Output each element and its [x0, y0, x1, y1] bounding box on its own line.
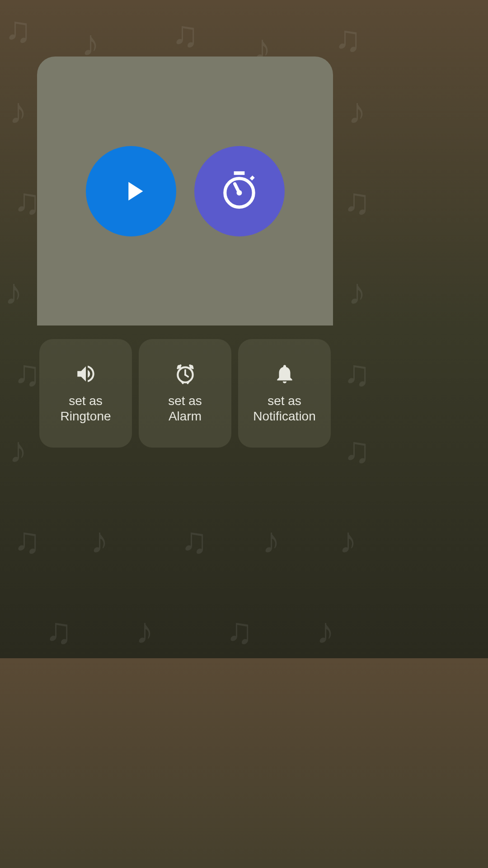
speaker-icon	[75, 363, 97, 385]
svg-line-11	[181, 382, 183, 383]
set-notification-button[interactable]: set as Notification	[238, 339, 331, 448]
svg-line-8	[185, 375, 188, 377]
bell-icon	[273, 363, 296, 385]
main-container: set as Ringtone set as Alarm se	[37, 57, 333, 658]
notification-label: set as Notification	[253, 393, 316, 424]
actions-row: set as Ringtone set as Alarm se	[37, 339, 333, 448]
ringtone-label: set as Ringtone	[60, 393, 111, 424]
play-button[interactable]	[86, 146, 176, 236]
timer-button[interactable]	[194, 146, 285, 236]
alarm-label: set as Alarm	[168, 393, 202, 424]
alarm-clock-icon	[174, 363, 197, 385]
svg-line-4	[235, 184, 239, 193]
stopwatch-icon	[218, 170, 261, 212]
svg-rect-0	[234, 171, 245, 175]
set-ringtone-button[interactable]: set as Ringtone	[39, 339, 132, 448]
svg-point-10	[189, 365, 193, 369]
play-icon	[118, 175, 150, 207]
set-alarm-button[interactable]: set as Alarm	[139, 339, 231, 448]
svg-point-9	[177, 365, 181, 369]
preview-panel	[37, 57, 333, 326]
svg-line-12	[188, 382, 189, 383]
svg-line-1	[251, 177, 253, 179]
